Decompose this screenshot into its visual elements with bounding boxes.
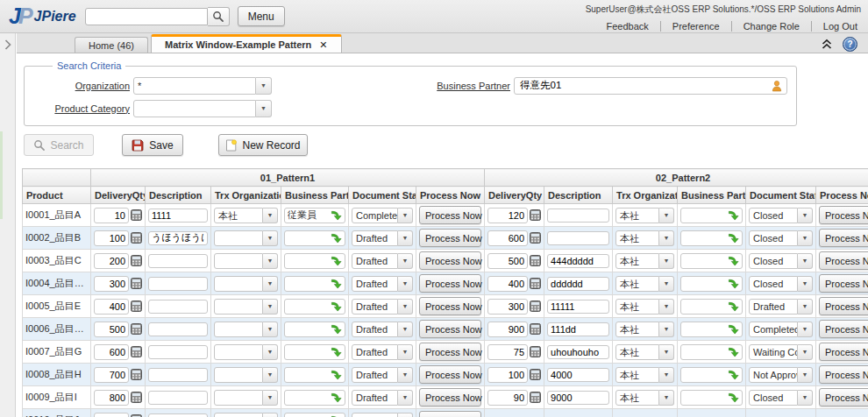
calculator-icon[interactable] [131, 278, 142, 289]
document-status-combo[interactable]: Not Approved▼ [749, 367, 813, 383]
trx-organization-combo[interactable]: ▼ [214, 230, 278, 246]
process-now-button[interactable]: Process Now [819, 320, 868, 338]
business-partner-lookup[interactable] [680, 253, 743, 269]
chevron-down-icon[interactable]: ▼ [263, 230, 278, 246]
document-status-combo[interactable]: Completed▼ [352, 208, 413, 223]
chevron-down-icon[interactable]: ▼ [659, 276, 674, 292]
col-header-p2-deliveryqty[interactable]: DeliveryQty [485, 187, 544, 204]
trx-organization-combo-value[interactable]: 本社 [615, 230, 659, 246]
chevron-down-icon[interactable]: ▼ [263, 390, 278, 406]
document-status-combo[interactable]: Drafted▼ [352, 344, 413, 360]
trx-organization-combo[interactable]: 本社▼ [615, 208, 674, 223]
business-partner-person-icon[interactable] [771, 80, 783, 92]
trx-organization-combo[interactable]: 本社▼ [615, 390, 674, 406]
delivery-qty-input[interactable] [487, 344, 528, 360]
col-header-p1-trx-organization[interactable]: Trx Organization [211, 187, 281, 204]
trx-organization-combo[interactable]: 本社▼ [615, 276, 674, 292]
process-now-button[interactable]: Process Now [819, 388, 868, 406]
calculator-icon[interactable] [131, 346, 142, 357]
chevron-down-icon[interactable]: ▼ [798, 208, 813, 223]
chevron-down-icon[interactable]: ▼ [398, 230, 413, 246]
search-button[interactable]: Search [24, 134, 94, 156]
trx-organization-combo-value[interactable]: 本社 [214, 208, 263, 223]
process-now-button[interactable]: Process Now [419, 297, 481, 315]
document-status-combo[interactable]: Closed▼ [749, 390, 813, 406]
chevron-down-icon[interactable]: ▼ [263, 413, 278, 417]
trx-organization-combo-value[interactable] [214, 253, 263, 269]
business-partner-lookup[interactable] [680, 276, 743, 292]
chevron-down-icon[interactable]: ▼ [398, 390, 413, 406]
chevron-down-icon[interactable]: ▼ [659, 344, 674, 360]
calculator-icon[interactable] [131, 255, 142, 266]
lookup-arrow-icon[interactable] [728, 255, 739, 266]
calculator-icon[interactable] [530, 255, 541, 266]
calculator-icon[interactable] [530, 346, 541, 357]
document-status-combo[interactable]: Drafted▼ [352, 253, 413, 269]
document-status-combo[interactable]: Drafted▼ [352, 276, 413, 292]
process-now-button[interactable]: Process Now [419, 251, 481, 270]
trx-organization-combo-value[interactable] [214, 344, 263, 360]
business-partner-lookup[interactable] [284, 253, 345, 269]
business-partner-lookup[interactable] [284, 322, 345, 337]
chevron-down-icon[interactable]: ▼ [798, 276, 813, 292]
chevron-down-icon[interactable]: ▼ [659, 299, 674, 315]
description-input[interactable] [547, 254, 609, 268]
lookup-arrow-icon[interactable] [728, 323, 739, 335]
chevron-down-icon[interactable]: ▼ [659, 390, 674, 406]
document-status-combo[interactable]: Drafted▼ [352, 413, 413, 417]
process-now-button[interactable]: Process Now [819, 343, 868, 361]
chevron-down-icon[interactable]: ▼ [798, 230, 813, 246]
chevron-down-icon[interactable]: ▼ [256, 77, 272, 95]
delivery-qty-input[interactable] [487, 390, 528, 406]
col-header-p2-document-status[interactable]: Document Status [746, 187, 816, 204]
trx-organization-combo[interactable]: 本社▼ [615, 230, 674, 246]
chevron-down-icon[interactable]: ▼ [398, 299, 413, 315]
calculator-icon[interactable] [530, 232, 541, 244]
delivery-qty-input[interactable] [94, 390, 129, 406]
delivery-qty-input[interactable] [94, 367, 129, 383]
delivery-qty-input[interactable] [94, 413, 129, 417]
description-input[interactable] [547, 300, 609, 314]
description-input[interactable] [547, 231, 609, 245]
lookup-arrow-icon[interactable] [331, 323, 342, 335]
save-button[interactable]: Save [122, 134, 183, 156]
delivery-qty-input[interactable] [487, 276, 528, 292]
lookup-arrow-icon[interactable] [728, 278, 739, 289]
close-icon[interactable]: ✕ [319, 39, 327, 51]
business-partner-lookup[interactable] [284, 367, 345, 383]
chevron-down-icon[interactable]: ▼ [263, 367, 278, 383]
trx-organization-combo[interactable]: 本社▼ [615, 367, 674, 383]
lookup-arrow-icon[interactable] [331, 255, 342, 266]
description-input[interactable] [148, 391, 208, 405]
chevron-down-icon[interactable]: ▼ [659, 322, 674, 337]
product-category-label[interactable]: Product Category [33, 103, 130, 114]
trx-organization-combo[interactable]: 本社▼ [214, 208, 278, 223]
business-partner-lookup[interactable] [680, 367, 743, 383]
document-status-combo[interactable]: Waiting Confirmation▼ [749, 344, 813, 360]
delivery-qty-input[interactable] [94, 299, 129, 315]
description-input[interactable] [148, 277, 208, 291]
document-status-combo[interactable]: Drafted▼ [749, 299, 813, 315]
document-status-combo[interactable]: Drafted▼ [352, 390, 413, 406]
trx-organization-combo-value[interactable]: 本社 [615, 299, 659, 315]
document-status-combo[interactable]: Drafted▼ [352, 230, 413, 246]
process-now-button[interactable]: Process Now [819, 206, 868, 224]
description-input[interactable] [547, 322, 609, 336]
process-now-button[interactable]: Process Now [419, 343, 481, 361]
calculator-icon[interactable] [530, 300, 541, 312]
document-status-combo-value[interactable]: Completed [352, 208, 398, 223]
trx-organization-combo[interactable]: ▼ [214, 344, 278, 360]
business-partner-lookup[interactable] [284, 276, 345, 292]
delivery-qty-input[interactable] [94, 276, 129, 292]
expand-right-icon[interactable] [4, 39, 12, 51]
document-status-combo-value[interactable]: Drafted [749, 299, 798, 315]
calculator-icon[interactable] [131, 392, 142, 403]
chevron-down-icon[interactable]: ▼ [798, 390, 813, 406]
organization-label[interactable]: Organization [33, 81, 130, 91]
chevron-down-icon[interactable]: ▼ [256, 100, 272, 117]
trx-organization-combo-value[interactable] [214, 230, 263, 246]
lookup-arrow-icon[interactable] [728, 369, 739, 380]
business-partner-label[interactable]: Business Partner [419, 81, 510, 91]
chevron-down-icon[interactable]: ▼ [263, 344, 278, 360]
process-now-button[interactable]: Process Now [419, 320, 481, 338]
